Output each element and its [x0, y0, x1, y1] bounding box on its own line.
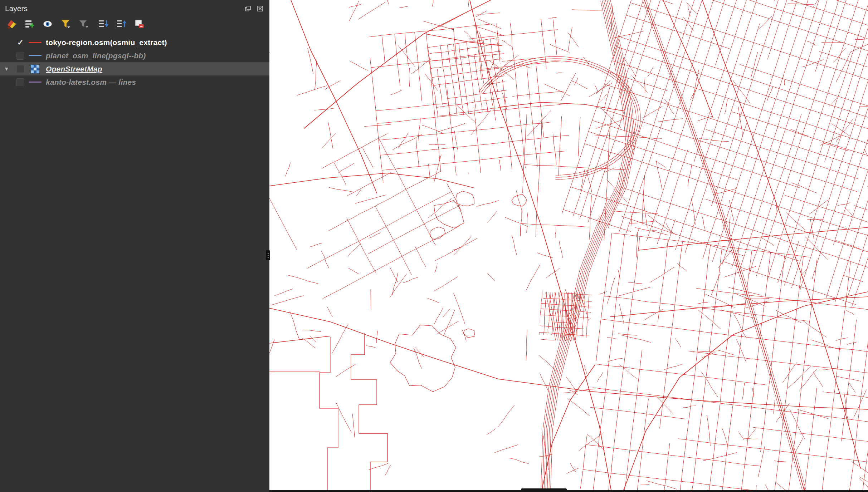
manage-map-themes-icon[interactable] [42, 18, 54, 30]
check-icon: ✓ [17, 39, 24, 46]
layer-label: kanto-latest.osm — lines [46, 78, 136, 87]
layer-row-tokyo-region[interactable]: ✓ tokyo-region.osm(osmiu_extract) [0, 36, 269, 49]
open-layer-styling-icon[interactable] [6, 18, 18, 30]
layer-tree: ✓ tokyo-region.osm(osmiu_extract) ✓ plan… [0, 34, 269, 492]
panel-resize-handle[interactable] [266, 250, 270, 260]
filter-legend-icon[interactable] [59, 18, 72, 30]
layers-panel-title: Layers [5, 4, 28, 13]
layers-panel: Layers [0, 0, 269, 492]
add-group-icon[interactable] [24, 18, 36, 30]
filter-legend-expression-icon[interactable] [77, 18, 89, 30]
expand-all-icon[interactable] [97, 18, 109, 30]
float-panel-icon[interactable] [243, 4, 253, 14]
layers-panel-titlebar: Layers [0, 0, 269, 17]
layer-label: OpenStreetMap [46, 65, 102, 73]
line-symbol-swatch [29, 55, 42, 56]
layer-label: tokyo-region.osm(osmiu_extract) [46, 38, 167, 47]
layer-visibility-checkbox[interactable]: ✓ [16, 78, 24, 86]
map-canvas[interactable] [269, 0, 868, 492]
line-symbol-swatch [29, 82, 42, 83]
window-bottom-notch [521, 488, 567, 492]
layer-visibility-checkbox[interactable]: ✓ [16, 52, 24, 60]
layers-panel-toolbar [0, 17, 269, 34]
collapse-all-icon[interactable] [115, 18, 127, 30]
line-symbol [28, 82, 42, 83]
layer-row-planet-osm-line[interactable]: ✓ planet_osm_line(pgsql--bb) [0, 49, 269, 62]
layer-row-openstreetmap[interactable]: ▾ ✓ OpenStreetMap [0, 62, 269, 75]
layer-label: planet_osm_line(pgsql--bb) [46, 51, 146, 60]
layer-visibility-checkbox[interactable]: ✓ [16, 39, 24, 46]
line-symbol-swatch [29, 42, 42, 43]
window-bottom-edge [269, 490, 868, 492]
remove-layer-icon[interactable] [133, 18, 145, 30]
expand-collapse-arrow[interactable]: ▾ [4, 65, 16, 73]
line-symbol [28, 55, 42, 56]
map-canvas-area [269, 0, 868, 492]
line-symbol [28, 42, 42, 43]
layer-visibility-checkbox[interactable]: ✓ [16, 65, 24, 73]
xyz-tiles-icon [28, 64, 42, 74]
layer-row-kanto-latest[interactable]: ✓ kanto-latest.osm — lines [0, 75, 269, 89]
close-panel-icon[interactable] [255, 4, 265, 14]
